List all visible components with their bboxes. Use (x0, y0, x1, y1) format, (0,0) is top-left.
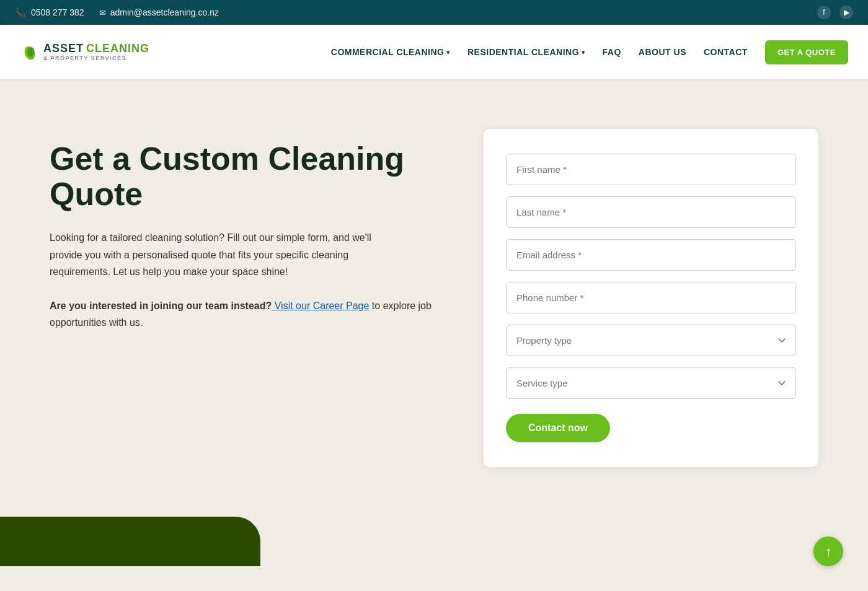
main-nav: COMMERCIAL CLEANING ▾ RESIDENTIAL CLEANI… (331, 40, 848, 64)
last-name-input[interactable] (506, 196, 796, 228)
scroll-to-top-button[interactable]: ↑ (813, 536, 843, 566)
last-name-field (506, 196, 796, 228)
logo-leaf-icon (20, 42, 40, 62)
nav-faq[interactable]: FAQ (603, 47, 621, 57)
phone-field (506, 282, 796, 313)
service-type-field: Service type Regular Cleaning Deep Clean… (506, 367, 796, 399)
footer-dark-area (0, 517, 260, 566)
topbar-email[interactable]: ✉ admin@assetcleaning.co.nz (99, 7, 219, 17)
nav-about-us[interactable]: ABOUT US (639, 47, 686, 57)
logo-asset: ASSET (43, 42, 84, 55)
logo-cleaning: CLEANING (86, 42, 149, 55)
phone-number: 0508 277 382 (31, 7, 84, 17)
topbar-phone[interactable]: 📞 0508 277 382 (15, 7, 84, 18)
logo[interactable]: ASSET CLEANING & PROPERTY SERVICES (20, 42, 149, 62)
topbar-social: f ▶ (817, 6, 853, 19)
header: ASSET CLEANING & PROPERTY SERVICES COMME… (0, 25, 868, 79)
nav-commercial-cleaning[interactable]: COMMERCIAL CLEANING ▾ (331, 47, 450, 57)
facebook-icon[interactable]: f (817, 6, 831, 19)
career-text: Are you interested in joining our team i… (50, 297, 446, 331)
career-link[interactable]: Visit our Career Page (272, 300, 369, 311)
contact-now-button[interactable]: Contact now (506, 414, 610, 442)
topbar: 📞 0508 277 382 ✉ admin@assetcleaning.co.… (0, 0, 868, 25)
get-a-quote-button[interactable]: GET A QUOTE (765, 40, 848, 64)
page-description: Looking for a tailored cleaning solution… (50, 229, 397, 280)
phone-icon: 📞 (15, 7, 27, 18)
email-field (506, 239, 796, 271)
first-name-input[interactable] (506, 154, 796, 185)
chevron-down-icon: ▾ (446, 49, 450, 56)
first-name-field (506, 154, 796, 185)
logo-sub: & PROPERTY SERVICES (43, 55, 149, 61)
logo-text: ASSET CLEANING & PROPERTY SERVICES (43, 42, 149, 61)
mail-icon: ✉ (99, 8, 106, 17)
property-type-select[interactable]: Property type Residential Commercial Ind… (506, 325, 796, 356)
property-type-field: Property type Residential Commercial Ind… (506, 325, 796, 356)
main-content: Get a Custom Cleaning Quote Looking for … (0, 79, 868, 517)
email-address: admin@assetcleaning.co.nz (110, 7, 219, 17)
youtube-icon[interactable]: ▶ (839, 6, 853, 19)
chevron-down-icon: ▾ (582, 49, 585, 56)
nav-contact[interactable]: CONTACT (704, 47, 748, 57)
phone-input[interactable] (506, 282, 796, 313)
quote-form-card: Property type Residential Commercial Ind… (484, 129, 818, 467)
hero-content: Get a Custom Cleaning Quote Looking for … (50, 129, 446, 331)
topbar-contact: 📞 0508 277 382 ✉ admin@assetcleaning.co.… (15, 7, 219, 18)
page-title: Get a Custom Cleaning Quote (50, 141, 446, 212)
nav-residential-cleaning[interactable]: RESIDENTIAL CLEANING ▾ (467, 47, 585, 57)
email-input[interactable] (506, 239, 796, 271)
career-prefix: Are you interested in joining our team i… (50, 300, 272, 311)
service-type-select[interactable]: Service type Regular Cleaning Deep Clean… (506, 367, 796, 399)
